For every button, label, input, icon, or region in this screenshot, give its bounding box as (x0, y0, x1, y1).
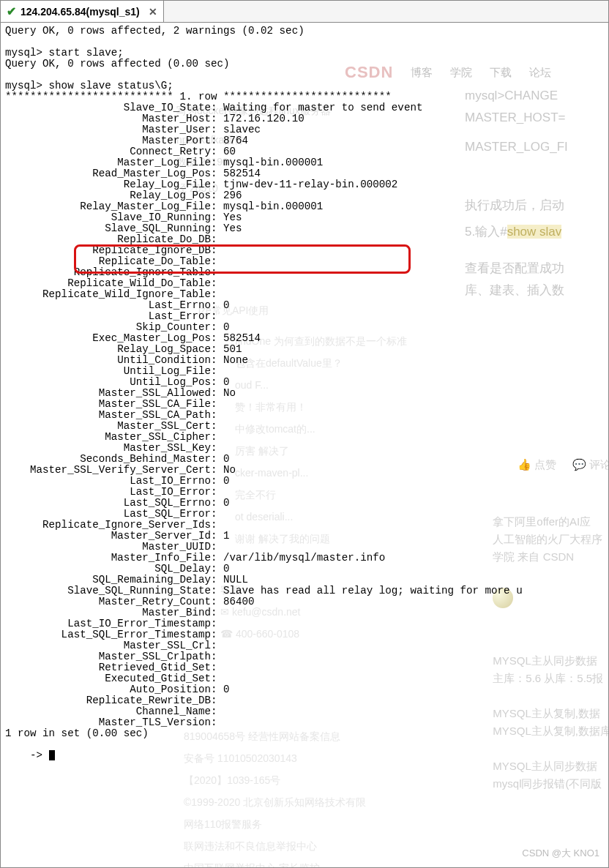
terminal-output[interactable]: Query OK, 0 rows affected, 2 warnings (0… (1, 23, 608, 867)
active-tab[interactable]: ✔ 124.204.65.84(mysql_s1) ✕ (1, 1, 164, 22)
check-icon: ✔ (7, 4, 16, 18)
watermark: CSDN @大 KNO1 (522, 847, 599, 860)
tab-title: 124.204.65.84(mysql_s1) (20, 6, 140, 18)
tab-bar: ✔ 124.204.65.84(mysql_s1) ✕ (1, 1, 608, 23)
close-icon[interactable]: ✕ (149, 6, 157, 18)
cursor (49, 750, 55, 760)
